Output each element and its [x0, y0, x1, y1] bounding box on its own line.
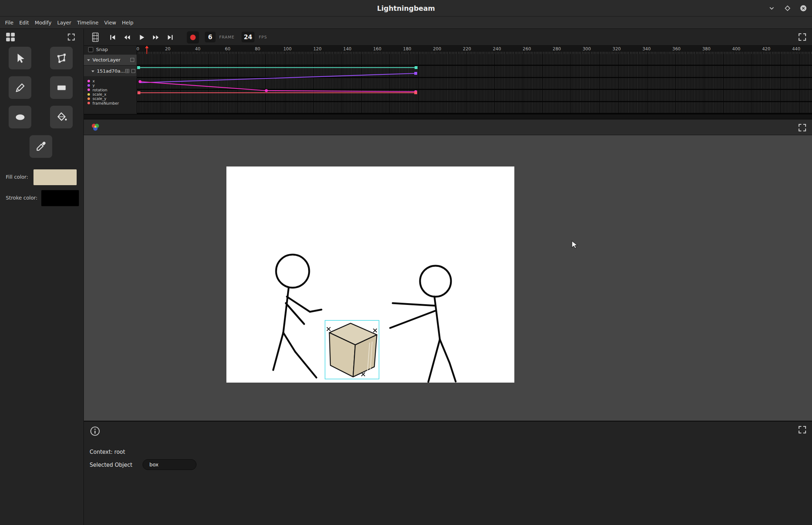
rectangle-tool-button[interactable] — [50, 76, 73, 99]
keyframe-marker[interactable] — [139, 80, 141, 83]
fps-value[interactable]: 24 — [242, 32, 254, 42]
ruler-tick-label: 240 — [493, 46, 501, 51]
menu-item-file[interactable]: File — [2, 18, 16, 27]
minimize-icon[interactable] — [768, 5, 775, 12]
box-toggle-icon[interactable] — [131, 69, 136, 73]
maximize-icon[interactable] — [784, 5, 791, 12]
info-button[interactable] — [90, 426, 100, 437]
menu-item-help[interactable]: Help — [119, 18, 136, 27]
stage-drawing — [226, 166, 514, 383]
layer-list: Snap VectorLayer 151ad70a... xyrotations… — [84, 46, 137, 114]
chevron-down-icon[interactable] — [91, 69, 95, 73]
canvas-artboard[interactable] — [226, 166, 514, 383]
snap-checkbox[interactable] — [88, 47, 93, 52]
inspector-expand-button[interactable] — [798, 425, 807, 434]
tool-panel-expand-button[interactable] — [67, 33, 76, 41]
transform-tool-button[interactable] — [50, 47, 73, 69]
keyframe-marker[interactable] — [265, 89, 268, 92]
ruler-tick-label: 260 — [523, 46, 531, 51]
fill-swatch[interactable] — [33, 169, 77, 186]
keyframe-marker[interactable] — [415, 66, 418, 69]
property-name: y — [93, 83, 95, 87]
apps-grid-button[interactable] — [5, 32, 16, 42]
property-row-x[interactable]: x — [84, 79, 137, 83]
property-color-dot — [87, 84, 90, 87]
property-row-rotation[interactable]: rotation — [84, 88, 137, 92]
property-row-scale_x[interactable]: scale_x — [84, 92, 137, 96]
ruler-tick-label: 340 — [642, 46, 651, 51]
ruler-tick-label: 320 — [613, 46, 621, 51]
object-row[interactable]: 151ad70a... — [84, 66, 137, 76]
property-color-dot — [87, 80, 90, 82]
tool-palette — [9, 47, 73, 158]
chevron-down-icon[interactable] — [87, 58, 90, 62]
tool-row-last — [9, 135, 73, 158]
window-controls — [768, 0, 807, 16]
pencil-tool-button[interactable] — [9, 76, 31, 99]
ruler-tick-label: 80 — [255, 46, 260, 51]
object-row-icons — [125, 69, 136, 73]
frame-label: FRAME — [219, 35, 235, 40]
stage-panel — [84, 119, 812, 421]
transport-controls — [107, 31, 199, 44]
menu-item-modify[interactable]: Modify — [32, 18, 54, 27]
play-button[interactable] — [136, 32, 147, 43]
property-color-dot — [87, 88, 90, 91]
keyframe-marker[interactable] — [414, 91, 417, 94]
timeline-expand-button[interactable] — [798, 32, 807, 42]
ruler-tick-label: 440 — [792, 46, 800, 51]
lightningbeam-window: Lightningbeam FileEditModifyLayerTimelin… — [0, 0, 812, 525]
property-name: frameNumber — [93, 101, 119, 105]
paint-tool-button[interactable] — [50, 106, 73, 128]
fast-forward-button[interactable] — [150, 32, 162, 43]
skip-end-button[interactable] — [164, 32, 176, 43]
property-name: rotation — [93, 88, 107, 92]
layer-name: VectorLayer — [93, 57, 121, 63]
curve-x-curve[interactable] — [140, 82, 416, 92]
snap-label: Snap — [96, 47, 108, 52]
eyedropper-tool-button[interactable] — [30, 135, 52, 158]
timeline-ruler[interactable]: 0204060801001201401601802002202402602803… — [137, 46, 812, 54]
property-row-frameNumber[interactable]: frameNumber — [84, 101, 137, 105]
close-icon[interactable] — [800, 5, 807, 12]
title-bar: Lightningbeam — [0, 0, 812, 17]
window-title: Lightningbeam — [377, 4, 435, 12]
ruler-tick-label: 180 — [403, 46, 411, 51]
property-row-scale_y[interactable]: scale_y — [84, 96, 137, 101]
select-tool-button[interactable] — [9, 47, 31, 69]
property-color-dot — [87, 97, 90, 100]
stage-expand-button[interactable] — [798, 123, 807, 132]
ruler-tick-label: 380 — [702, 46, 710, 51]
layer-row-icons — [130, 58, 135, 62]
playhead[interactable] — [146, 46, 147, 54]
menu-item-timeline[interactable]: Timeline — [74, 18, 102, 27]
keyframe-marker[interactable] — [414, 72, 417, 75]
property-name: scale_x — [93, 92, 107, 96]
menu-item-view[interactable]: View — [102, 18, 119, 27]
record-button[interactable] — [187, 31, 199, 44]
property-name: scale_y — [93, 96, 107, 101]
layer-row-vectorlayer[interactable]: VectorLayer — [84, 55, 137, 65]
layer-toggle-icon[interactable] — [130, 58, 135, 62]
keyframe-marker[interactable] — [137, 66, 140, 69]
ruler-tick-label: 40 — [195, 46, 200, 51]
menu-item-edit[interactable]: Edit — [16, 18, 32, 27]
box-object — [329, 323, 377, 377]
timeline-tracks[interactable] — [137, 54, 812, 114]
timeline-curves — [137, 54, 812, 114]
ellipse-tool-button[interactable] — [9, 106, 31, 128]
property-row-y[interactable]: y — [84, 83, 137, 87]
menu-item-layer[interactable]: Layer — [54, 18, 74, 27]
timeline-toolbar: 6 FRAME 24 FPS — [84, 29, 812, 46]
selected-object-dropdown[interactable]: box — [143, 459, 197, 470]
rewind-button[interactable] — [121, 32, 133, 43]
selected-object-label: Selected Object — [90, 462, 132, 468]
skip-start-button[interactable] — [107, 32, 118, 43]
stroke-swatch[interactable] — [41, 190, 79, 206]
curve-y-curve[interactable] — [140, 73, 416, 83]
fps-label: FPS — [259, 35, 267, 40]
frame-number-value[interactable]: 6 — [205, 32, 216, 42]
keyframe-marker[interactable] — [137, 91, 140, 94]
grid-toggle-icon[interactable] — [125, 69, 130, 73]
ruler-tick-label: 20 — [165, 46, 170, 51]
